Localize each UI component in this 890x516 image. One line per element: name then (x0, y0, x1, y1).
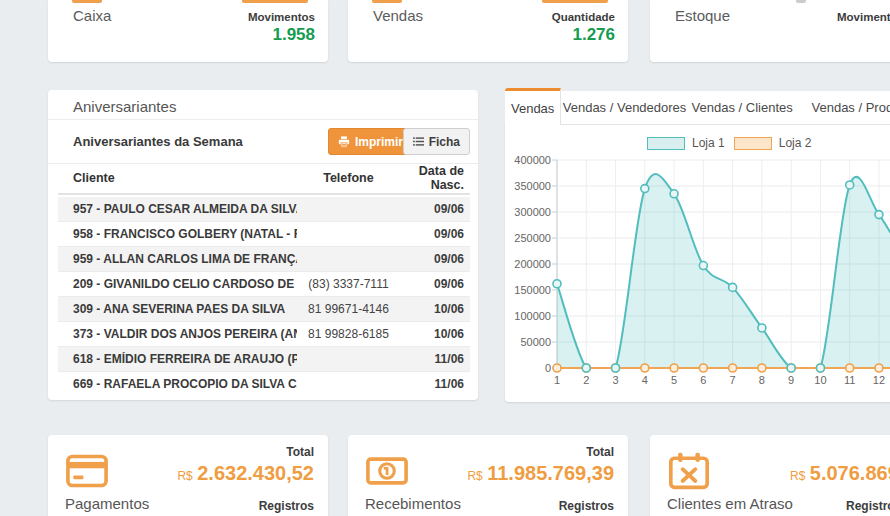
birthdays-toolbar: Aniversariantes da Semana Imprimir Fich (48, 120, 478, 164)
sales-panel: VendasVendas / VendedoresVendas / Client… (505, 88, 890, 402)
table-row: 309 - ANA SEVERINA PAES DA SILVA81 99671… (58, 297, 470, 322)
ficha-button[interactable]: Ficha (403, 128, 470, 155)
amount: 11.985.769,39 (487, 462, 614, 484)
table-row: 958 - FRANCISCO GOLBERY (NATAL - RN)09/0… (58, 222, 470, 247)
registros-label: Registros (846, 499, 890, 513)
metric-card-vendas: Vendas Quantidade 1.276 (348, 0, 628, 62)
printer-icon (338, 136, 350, 148)
cut-off-value (542, 0, 608, 3)
cell-data-nasc: 09/06 (400, 202, 470, 216)
chart-legend: Loja 1Loja 2 (647, 136, 811, 150)
cell-cliente: 309 - ANA SEVERINA PAES DA SILVA (58, 302, 297, 316)
summary-card-clientes-em-atraso: R$ 5.076.869 Clientes em Atraso Registro… (650, 435, 890, 516)
total-value: R$ 5.076.869 (790, 462, 890, 485)
metric-label: Movimentos (248, 11, 315, 23)
table-row: 959 - ALLAN CARLOS LIMA DE FRANÇA09/06 (58, 247, 470, 272)
cell-data-nasc: 09/06 (400, 227, 470, 241)
column-header-cliente: Cliente (58, 171, 297, 185)
table-row: 669 - RAFAELA PROCOPIO DA SILVA CA...11/… (58, 372, 470, 390)
card-title: Vendas (373, 7, 423, 24)
column-header-telefone: Telefone (297, 171, 400, 185)
birthdays-table-header: Cliente Telefone Data de Nasc. (58, 163, 470, 195)
metric-card-estoque: Estoque Movimentos (650, 0, 890, 62)
sales-chart[interactable] (505, 154, 890, 402)
metric-value: 1.276 (572, 25, 615, 45)
card-title: Estoque (675, 7, 730, 24)
cell-cliente: 957 - PAULO CESAR ALMEIDA DA SILVA (58, 202, 297, 216)
cell-cliente: 669 - RAFAELA PROCOPIO DA SILVA CA... (58, 377, 297, 390)
currency-symbol: R$ (177, 469, 192, 483)
calendar-x-icon (667, 451, 711, 491)
column-header-data-nasc: Data de Nasc. (400, 164, 470, 192)
imprimir-button-label: Imprimir (355, 135, 403, 149)
birthdays-subtitle: Aniversariantes da Semana (73, 134, 243, 149)
cut-off-value (242, 0, 308, 3)
cell-data-nasc: 09/06 (400, 277, 470, 291)
total-label: Total (286, 445, 314, 459)
sales-tabs: VendasVendas / VendedoresVendas / Client… (505, 88, 890, 125)
cell-cliente: 958 - FRANCISCO GOLBERY (NATAL - RN) (58, 227, 297, 241)
cell-data-nasc: 10/06 (400, 302, 470, 316)
list-icon (413, 136, 424, 147)
total-label: Total (586, 445, 614, 459)
cut-off-icon (372, 0, 402, 3)
tab-vendas[interactable]: Vendas (505, 88, 561, 125)
metric-label: Quantidade (552, 11, 615, 23)
cut-off-icon (72, 0, 102, 3)
legend-label: Loja 2 (779, 136, 812, 150)
card-title: Caixa (73, 7, 111, 24)
registros-label: Registros (559, 499, 614, 513)
legend-swatch (734, 137, 772, 150)
credit-card-icon (65, 451, 109, 491)
cell-cliente: 373 - VALDIR DOS ANJOS PEREIRA (AN... (58, 327, 297, 341)
cell-data-nasc: 11/06 (400, 352, 470, 366)
tab-vendas-vendedores[interactable]: Vendas / Vendedores (561, 91, 687, 125)
ficha-button-label: Ficha (429, 135, 460, 149)
birthdays-title: Aniversariantes (73, 98, 176, 115)
legend-item-loja-2[interactable]: Loja 2 (734, 136, 812, 150)
cut-off-icon (796, 0, 806, 3)
summary-card-pagamentos: Total R$ 2.632.430,52 Pagamentos Registr… (48, 435, 328, 516)
card-title: Recebimentos (365, 495, 461, 512)
metric-card-caixa: Caixa Movimentos 1.958 (48, 0, 328, 62)
legend-swatch (647, 137, 685, 150)
cell-cliente: 959 - ALLAN CARLOS LIMA DE FRANÇA (58, 252, 297, 266)
birthdays-card-header: Aniversariantes (48, 90, 478, 120)
card-title: Pagamentos (65, 495, 149, 512)
amount: 2.632.430,52 (197, 462, 314, 484)
total-value: R$ 2.632.430,52 (177, 462, 314, 485)
legend-label: Loja 1 (692, 136, 725, 150)
cell-data-nasc: 09/06 (400, 252, 470, 266)
currency-symbol: R$ (467, 469, 482, 483)
birthdays-card: Aniversariantes Aniversariantes da Seman… (48, 90, 478, 400)
cell-data-nasc: 11/06 (400, 377, 470, 390)
total-value: R$ 11.985.769,39 (467, 462, 614, 485)
table-row: 209 - GIVANILDO CELIO CARDOSO DE ...(83)… (58, 272, 470, 297)
cell-data-nasc: 10/06 (400, 327, 470, 341)
tab-vendas-clientes[interactable]: Vendas / Clientes (688, 91, 797, 125)
tab-vendas-produtos[interactable]: Vendas / Produtos (796, 91, 890, 125)
table-row: 373 - VALDIR DOS ANJOS PEREIRA (AN...81 … (58, 322, 470, 347)
table-row: 618 - EMÍDIO FERREIRA DE ARAUJO (P...11/… (58, 347, 470, 372)
registros-label: Registros (259, 499, 314, 513)
table-row: 957 - PAULO CESAR ALMEIDA DA SILVA09/06 (58, 197, 470, 222)
metric-value: 1.958 (272, 25, 315, 45)
amount: 5.076.869 (810, 462, 890, 484)
legend-item-loja-1[interactable]: Loja 1 (647, 136, 725, 150)
cell-telefone: 81 99828-6185 (297, 327, 400, 341)
cell-telefone: 81 99671-4146 (297, 302, 400, 316)
imprimir-button[interactable]: Imprimir (328, 128, 413, 155)
cell-cliente: 209 - GIVANILDO CELIO CARDOSO DE ... (58, 277, 297, 291)
summary-card-recebimentos: Total R$ 11.985.769,39 Recebimentos Regi… (348, 435, 628, 516)
dashboard-screen: Caixa Movimentos 1.958 Vendas Quantidade… (0, 0, 890, 516)
cell-cliente: 618 - EMÍDIO FERREIRA DE ARAUJO (P... (58, 352, 297, 366)
birthdays-table-body: 957 - PAULO CESAR ALMEIDA DA SILVA09/069… (58, 197, 470, 390)
card-title: Clientes em Atraso (667, 495, 793, 512)
cell-telefone: (83) 3337-7111 (297, 277, 400, 291)
money-bill-icon (365, 451, 409, 491)
metric-label: Movimentos (837, 11, 890, 23)
currency-symbol: R$ (790, 469, 805, 483)
